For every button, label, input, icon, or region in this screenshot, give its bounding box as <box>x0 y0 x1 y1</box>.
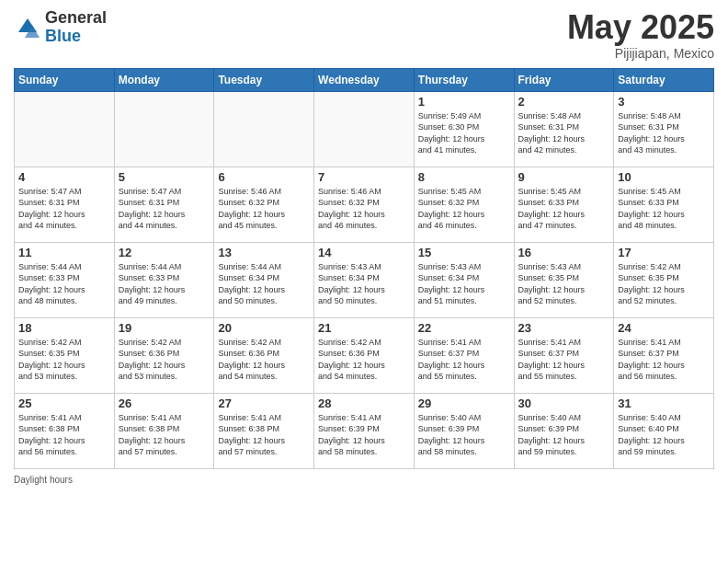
calendar-cell: 15Sunrise: 5:43 AM Sunset: 6:34 PM Dayli… <box>414 242 514 317</box>
calendar-cell: 6Sunrise: 5:46 AM Sunset: 6:32 PM Daylig… <box>214 167 314 242</box>
logo-blue-text: Blue <box>45 28 107 46</box>
calendar-cell: 2Sunrise: 5:48 AM Sunset: 6:31 PM Daylig… <box>514 91 614 167</box>
location: Pijijiapan, Mexico <box>567 46 714 61</box>
day-number: 7 <box>318 170 410 184</box>
day-number: 26 <box>119 396 210 410</box>
weekday-header: Monday <box>114 68 214 91</box>
day-number: 27 <box>218 396 310 410</box>
day-number: 2 <box>518 95 610 109</box>
day-info: Sunrise: 5:45 AM Sunset: 6:32 PM Dayligh… <box>418 186 510 232</box>
calendar-cell: 10Sunrise: 5:45 AM Sunset: 6:33 PM Dayli… <box>614 167 714 242</box>
day-info: Sunrise: 5:45 AM Sunset: 6:33 PM Dayligh… <box>618 186 710 232</box>
day-info: Sunrise: 5:49 AM Sunset: 6:30 PM Dayligh… <box>418 110 510 156</box>
day-number: 29 <box>418 396 510 410</box>
calendar-cell: 8Sunrise: 5:45 AM Sunset: 6:32 PM Daylig… <box>414 167 514 242</box>
month-title: May 2025 <box>567 9 714 46</box>
day-info: Sunrise: 5:42 AM Sunset: 6:36 PM Dayligh… <box>119 337 210 383</box>
day-info: Sunrise: 5:43 AM Sunset: 6:34 PM Dayligh… <box>318 261 410 307</box>
calendar-cell: 16Sunrise: 5:43 AM Sunset: 6:35 PM Dayli… <box>514 242 614 317</box>
day-number: 14 <box>318 246 410 259</box>
day-number: 17 <box>618 246 710 259</box>
day-number: 21 <box>318 321 410 335</box>
day-info: Sunrise: 5:42 AM Sunset: 6:35 PM Dayligh… <box>618 261 710 307</box>
weekday-header: Sunday <box>15 68 115 91</box>
calendar-cell: 28Sunrise: 5:41 AM Sunset: 6:39 PM Dayli… <box>314 393 415 468</box>
day-info: Sunrise: 5:46 AM Sunset: 6:32 PM Dayligh… <box>218 186 310 232</box>
day-number: 30 <box>518 396 610 410</box>
day-info: Sunrise: 5:41 AM Sunset: 6:37 PM Dayligh… <box>618 337 710 383</box>
calendar-week-row: 25Sunrise: 5:41 AM Sunset: 6:38 PM Dayli… <box>15 393 714 468</box>
day-info: Sunrise: 5:47 AM Sunset: 6:31 PM Dayligh… <box>119 186 210 232</box>
weekday-header: Tuesday <box>214 68 314 91</box>
day-info: Sunrise: 5:42 AM Sunset: 6:36 PM Dayligh… <box>318 337 410 383</box>
calendar-cell: 3Sunrise: 5:48 AM Sunset: 6:31 PM Daylig… <box>614 91 714 167</box>
calendar-cell: 27Sunrise: 5:41 AM Sunset: 6:38 PM Dayli… <box>214 393 314 468</box>
day-number: 9 <box>518 170 610 184</box>
calendar-header: SundayMondayTuesdayWednesdayThursdayFrid… <box>15 68 714 91</box>
calendar-cell: 31Sunrise: 5:40 AM Sunset: 6:40 PM Dayli… <box>614 393 714 468</box>
day-info: Sunrise: 5:40 AM Sunset: 6:40 PM Dayligh… <box>618 412 710 458</box>
logo: General Blue <box>14 9 107 46</box>
day-number: 1 <box>418 95 510 109</box>
weekday-row: SundayMondayTuesdayWednesdayThursdayFrid… <box>15 68 714 91</box>
day-info: Sunrise: 5:44 AM Sunset: 6:33 PM Dayligh… <box>119 261 210 307</box>
calendar-cell: 17Sunrise: 5:42 AM Sunset: 6:35 PM Dayli… <box>614 242 714 317</box>
calendar-cell: 11Sunrise: 5:44 AM Sunset: 6:33 PM Dayli… <box>15 242 115 317</box>
general-blue-icon <box>14 14 41 41</box>
day-info: Sunrise: 5:46 AM Sunset: 6:32 PM Dayligh… <box>318 186 410 232</box>
day-info: Sunrise: 5:41 AM Sunset: 6:38 PM Dayligh… <box>218 412 310 458</box>
calendar-cell: 14Sunrise: 5:43 AM Sunset: 6:34 PM Dayli… <box>314 242 415 317</box>
calendar-cell: 24Sunrise: 5:41 AM Sunset: 6:37 PM Dayli… <box>614 317 714 393</box>
calendar-cell: 29Sunrise: 5:40 AM Sunset: 6:39 PM Dayli… <box>414 393 514 468</box>
day-number: 4 <box>18 170 110 184</box>
day-info: Sunrise: 5:44 AM Sunset: 6:34 PM Dayligh… <box>218 261 310 307</box>
day-info: Sunrise: 5:43 AM Sunset: 6:34 PM Dayligh… <box>418 261 510 307</box>
calendar-cell <box>15 91 115 167</box>
calendar-week-row: 11Sunrise: 5:44 AM Sunset: 6:33 PM Dayli… <box>15 242 714 317</box>
day-number: 12 <box>119 246 210 259</box>
day-info: Sunrise: 5:48 AM Sunset: 6:31 PM Dayligh… <box>518 110 610 156</box>
day-number: 13 <box>218 246 310 259</box>
day-info: Sunrise: 5:42 AM Sunset: 6:35 PM Dayligh… <box>18 337 110 383</box>
weekday-header: Thursday <box>414 68 514 91</box>
calendar-cell: 25Sunrise: 5:41 AM Sunset: 6:38 PM Dayli… <box>15 393 115 468</box>
day-number: 11 <box>18 246 110 259</box>
day-info: Sunrise: 5:41 AM Sunset: 6:37 PM Dayligh… <box>518 337 610 383</box>
day-number: 16 <box>518 246 610 259</box>
day-info: Sunrise: 5:44 AM Sunset: 6:33 PM Dayligh… <box>18 261 110 307</box>
day-info: Sunrise: 5:47 AM Sunset: 6:31 PM Dayligh… <box>18 186 110 232</box>
day-info: Sunrise: 5:40 AM Sunset: 6:39 PM Dayligh… <box>518 412 610 458</box>
day-number: 20 <box>218 321 310 335</box>
footer: Daylight hours <box>14 475 714 485</box>
logo-text: General Blue <box>45 9 107 46</box>
calendar-cell: 26Sunrise: 5:41 AM Sunset: 6:38 PM Dayli… <box>114 393 214 468</box>
calendar-cell: 19Sunrise: 5:42 AM Sunset: 6:36 PM Dayli… <box>114 317 214 393</box>
day-number: 22 <box>418 321 510 335</box>
day-info: Sunrise: 5:41 AM Sunset: 6:38 PM Dayligh… <box>119 412 210 458</box>
calendar-cell: 30Sunrise: 5:40 AM Sunset: 6:39 PM Dayli… <box>514 393 614 468</box>
calendar-cell: 21Sunrise: 5:42 AM Sunset: 6:36 PM Dayli… <box>314 317 415 393</box>
day-info: Sunrise: 5:41 AM Sunset: 6:39 PM Dayligh… <box>318 412 410 458</box>
calendar: SundayMondayTuesdayWednesdayThursdayFrid… <box>14 68 714 469</box>
calendar-cell: 12Sunrise: 5:44 AM Sunset: 6:33 PM Dayli… <box>114 242 214 317</box>
calendar-cell: 18Sunrise: 5:42 AM Sunset: 6:35 PM Dayli… <box>15 317 115 393</box>
day-info: Sunrise: 5:43 AM Sunset: 6:35 PM Dayligh… <box>518 261 610 307</box>
calendar-cell: 9Sunrise: 5:45 AM Sunset: 6:33 PM Daylig… <box>514 167 614 242</box>
day-number: 3 <box>618 95 710 109</box>
footer-label: Daylight hours <box>14 475 73 485</box>
calendar-cell: 20Sunrise: 5:42 AM Sunset: 6:36 PM Dayli… <box>214 317 314 393</box>
logo-general-text: General <box>45 9 107 28</box>
day-number: 28 <box>318 396 410 410</box>
day-number: 15 <box>418 246 510 259</box>
day-info: Sunrise: 5:48 AM Sunset: 6:31 PM Dayligh… <box>618 110 710 156</box>
day-number: 8 <box>418 170 510 184</box>
calendar-cell: 1Sunrise: 5:49 AM Sunset: 6:30 PM Daylig… <box>414 91 514 167</box>
weekday-header: Saturday <box>614 68 714 91</box>
day-info: Sunrise: 5:41 AM Sunset: 6:37 PM Dayligh… <box>418 337 510 383</box>
day-number: 10 <box>618 170 710 184</box>
calendar-week-row: 18Sunrise: 5:42 AM Sunset: 6:35 PM Dayli… <box>15 317 714 393</box>
page: General Blue May 2025 Pijijiapan, Mexico… <box>0 0 728 563</box>
day-number: 24 <box>618 321 710 335</box>
header: General Blue May 2025 Pijijiapan, Mexico <box>14 9 714 61</box>
calendar-cell: 5Sunrise: 5:47 AM Sunset: 6:31 PM Daylig… <box>114 167 214 242</box>
